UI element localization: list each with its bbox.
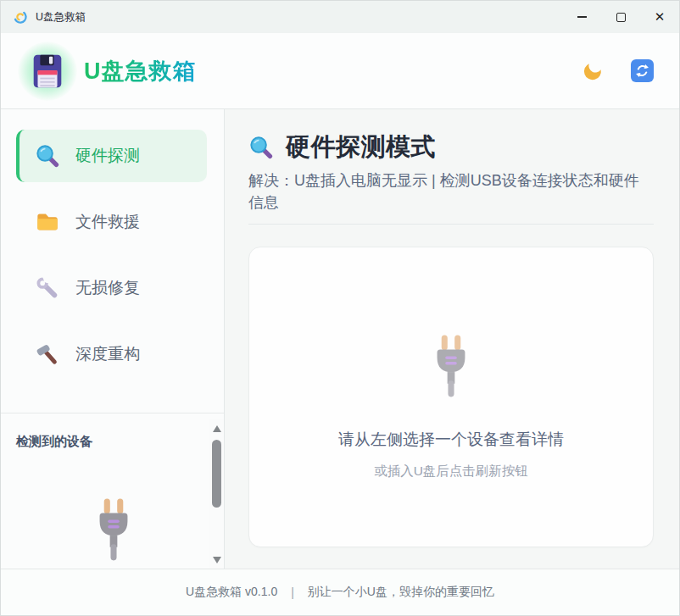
theme-toggle-button[interactable]	[580, 58, 605, 84]
empty-state-primary-text: 请从左侧选择一个设备查看详情	[338, 429, 564, 451]
magnifier-icon	[35, 143, 60, 169]
sidebar: 硬件探测 文件救援 无损修复	[1, 109, 225, 569]
app-header: U盘急救箱	[1, 33, 679, 109]
nav-item-label: 文件救援	[75, 211, 140, 233]
scroll-up-icon[interactable]	[213, 425, 221, 432]
main-title-row: 硬件探测模式	[248, 131, 654, 164]
main-content: 硬件探测模式 解决：U盘插入电脑无显示 | 检测USB设备连接状态和硬件信息 请…	[225, 109, 679, 569]
footer: U盘急救箱 v0.1.0 | 别让一个小U盘，毁掉你的重要回忆	[1, 569, 679, 615]
app-window: U盘急救箱 ✕	[0, 0, 680, 616]
nav-item-deep-rebuild[interactable]: 深度重构	[16, 328, 207, 380]
app-title: U盘急救箱	[84, 56, 197, 86]
close-icon: ✕	[655, 11, 666, 24]
maximize-icon	[616, 13, 626, 22]
sidebar-nav: 硬件探测 文件救援 无损修复	[1, 109, 224, 394]
footer-slogan: 别让一个小U盘，毁掉你的重要回忆	[308, 585, 494, 600]
window-controls: ✕	[562, 1, 679, 33]
hammer-icon	[35, 341, 60, 367]
empty-state-secondary-text: 或插入U盘后点击刷新按钮	[374, 463, 528, 480]
refresh-icon	[634, 63, 650, 79]
header-actions	[580, 58, 654, 84]
magnifier-icon	[248, 135, 274, 160]
page-description-divider: 解决：U盘插入电脑无显示 | 检测USB设备连接状态和硬件信息	[248, 170, 654, 225]
refresh-button[interactable]	[631, 59, 654, 82]
maximize-button[interactable]	[601, 1, 640, 33]
body: 硬件探测 文件救援 无损修复	[1, 109, 679, 569]
nav-item-lossless-repair[interactable]: 无损修复	[16, 262, 207, 314]
app-logo-icon	[13, 9, 28, 25]
nav-item-hardware-detect[interactable]: 硬件探测	[16, 130, 207, 182]
device-empty-state: 未检测到USB	[16, 450, 210, 569]
device-list-scrollbar[interactable]	[209, 419, 224, 569]
close-button[interactable]: ✕	[640, 1, 679, 33]
window-title: U盘急救箱	[36, 10, 86, 25]
device-panel-heading: 检测到的设备	[16, 434, 209, 450]
scroll-down-icon[interactable]	[213, 557, 221, 563]
footer-separator: |	[291, 585, 294, 599]
minimize-button[interactable]	[562, 1, 601, 33]
plug-icon	[426, 332, 476, 398]
wrench-icon	[35, 275, 60, 301]
nav-item-file-rescue[interactable]: 文件救援	[16, 196, 207, 248]
page-title: 硬件探测模式	[286, 130, 436, 164]
floppy-disk-icon	[28, 52, 67, 91]
plug-icon	[89, 496, 138, 562]
device-panel: 检测到的设备 未检测到USB	[1, 413, 224, 569]
device-detail-card: 请从左侧选择一个设备查看详情 或插入U盘后点击刷新按钮	[248, 247, 654, 547]
scrollbar-thumb[interactable]	[212, 440, 221, 508]
nav-item-label: 无损修复	[75, 277, 140, 299]
folder-icon	[35, 209, 60, 235]
app-logo	[23, 47, 72, 96]
minimize-icon	[577, 16, 587, 18]
moon-icon	[582, 60, 604, 82]
nav-item-label: 深度重构	[75, 343, 140, 365]
titlebar: U盘急救箱 ✕	[1, 1, 679, 33]
footer-version: U盘急救箱 v0.1.0	[186, 585, 277, 600]
nav-item-label: 硬件探测	[75, 145, 140, 167]
page-description: 解决：U盘插入电脑无显示 | 检测USB设备连接状态和硬件信息	[248, 170, 654, 214]
